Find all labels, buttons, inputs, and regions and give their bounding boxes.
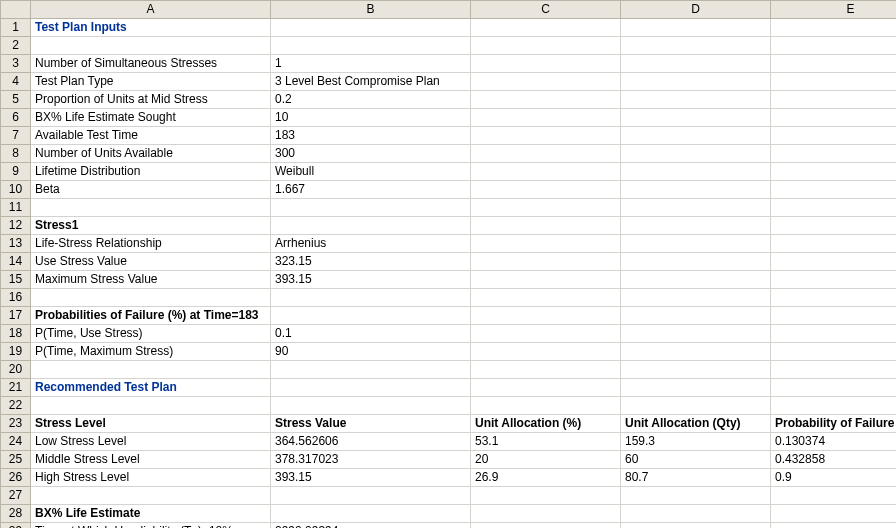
row-header[interactable]: 20 [1,361,31,379]
cell-E9[interactable] [771,163,897,181]
cell-D4[interactable] [621,73,771,91]
cell-D13[interactable] [621,235,771,253]
cell-D11[interactable] [621,199,771,217]
cell-D9[interactable] [621,163,771,181]
cell-E8[interactable] [771,145,897,163]
cell-E27[interactable] [771,487,897,505]
cell-A2[interactable] [31,37,271,55]
cell-B26[interactable]: 393.15 [271,469,471,487]
cell-B2[interactable] [271,37,471,55]
cell-B28[interactable] [271,505,471,523]
cell-C6[interactable] [471,109,621,127]
cell-A5[interactable]: Proportion of Units at Mid Stress [31,91,271,109]
cell-C20[interactable] [471,361,621,379]
cell-D15[interactable] [621,271,771,289]
cell-E26[interactable]: 0.9 [771,469,897,487]
cell-E29[interactable] [771,523,897,529]
cell-E12[interactable] [771,217,897,235]
cell-D14[interactable] [621,253,771,271]
row-header[interactable]: 24 [1,433,31,451]
cell-A16[interactable] [31,289,271,307]
cell-C13[interactable] [471,235,621,253]
cell-E2[interactable] [771,37,897,55]
cell-A18[interactable]: P(Time, Use Stress) [31,325,271,343]
cell-E14[interactable] [771,253,897,271]
cell-B13[interactable]: Arrhenius [271,235,471,253]
row-header[interactable]: 4 [1,73,31,91]
cell-A8[interactable]: Number of Units Available [31,145,271,163]
cell-C14[interactable] [471,253,621,271]
cell-D19[interactable] [621,343,771,361]
cell-E13[interactable] [771,235,897,253]
cell-C1[interactable] [471,19,621,37]
cell-D10[interactable] [621,181,771,199]
cell-E4[interactable] [771,73,897,91]
cell-C21[interactable] [471,379,621,397]
cell-E19[interactable] [771,343,897,361]
cell-D23[interactable]: Unit Allocation (Qty) [621,415,771,433]
cell-D27[interactable] [621,487,771,505]
row-header[interactable]: 6 [1,109,31,127]
cell-B9[interactable]: Weibull [271,163,471,181]
row-header[interactable]: 12 [1,217,31,235]
cell-A14[interactable]: Use Stress Value [31,253,271,271]
row-header[interactable]: 1 [1,19,31,37]
cell-B11[interactable] [271,199,471,217]
row-header[interactable]: 7 [1,127,31,145]
cell-A15[interactable]: Maximum Stress Value [31,271,271,289]
cell-B29[interactable]: 2990.09394 [271,523,471,529]
cell-D6[interactable] [621,109,771,127]
row-header[interactable]: 21 [1,379,31,397]
cell-E21[interactable] [771,379,897,397]
row-header[interactable]: 17 [1,307,31,325]
cell-B12[interactable] [271,217,471,235]
cell-E20[interactable] [771,361,897,379]
cell-A20[interactable] [31,361,271,379]
cell-C18[interactable] [471,325,621,343]
row-header[interactable]: 28 [1,505,31,523]
cell-E25[interactable]: 0.432858 [771,451,897,469]
row-header[interactable]: 13 [1,235,31,253]
col-header-C[interactable]: C [471,1,621,19]
cell-D12[interactable] [621,217,771,235]
cell-C12[interactable] [471,217,621,235]
col-header-B[interactable]: B [271,1,471,19]
cell-B15[interactable]: 393.15 [271,271,471,289]
cell-B1[interactable] [271,19,471,37]
row-header[interactable]: 22 [1,397,31,415]
cell-E18[interactable] [771,325,897,343]
cell-B7[interactable]: 183 [271,127,471,145]
cell-B3[interactable]: 1 [271,55,471,73]
cell-B10[interactable]: 1.667 [271,181,471,199]
cell-B20[interactable] [271,361,471,379]
row-header[interactable]: 18 [1,325,31,343]
cell-C15[interactable] [471,271,621,289]
cell-C4[interactable] [471,73,621,91]
cell-D22[interactable] [621,397,771,415]
cell-A1[interactable]: Test Plan Inputs [31,19,271,37]
row-header[interactable]: 2 [1,37,31,55]
cell-C17[interactable] [471,307,621,325]
col-header-A[interactable]: A [31,1,271,19]
cell-C8[interactable] [471,145,621,163]
cell-D7[interactable] [621,127,771,145]
cell-B4[interactable]: 3 Level Best Compromise Plan [271,73,471,91]
cell-E15[interactable] [771,271,897,289]
row-header[interactable]: 3 [1,55,31,73]
cell-B16[interactable] [271,289,471,307]
cell-C27[interactable] [471,487,621,505]
cell-C19[interactable] [471,343,621,361]
select-all-corner[interactable] [1,1,31,19]
cell-D25[interactable]: 60 [621,451,771,469]
cell-B24[interactable]: 364.562606 [271,433,471,451]
cell-C24[interactable]: 53.1 [471,433,621,451]
cell-E24[interactable]: 0.130374 [771,433,897,451]
cell-D20[interactable] [621,361,771,379]
cell-D1[interactable] [621,19,771,37]
cell-A11[interactable] [31,199,271,217]
row-header[interactable]: 5 [1,91,31,109]
cell-B8[interactable]: 300 [271,145,471,163]
cell-C3[interactable] [471,55,621,73]
cell-B5[interactable]: 0.2 [271,91,471,109]
cell-D17[interactable] [621,307,771,325]
